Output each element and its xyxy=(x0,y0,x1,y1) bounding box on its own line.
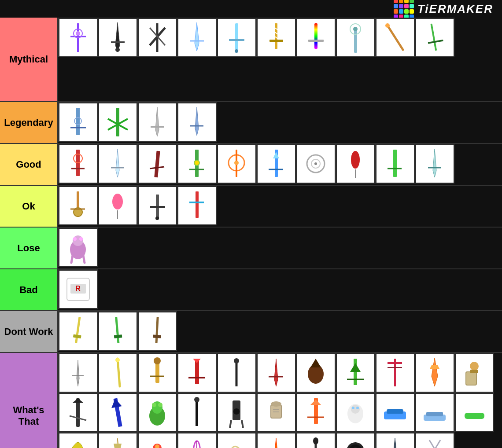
svg-marker-62 xyxy=(433,149,436,177)
svg-rect-15 xyxy=(275,23,277,49)
svg-line-79 xyxy=(83,255,85,263)
list-item xyxy=(296,353,336,393)
svg-line-130 xyxy=(230,420,231,428)
svg-point-77 xyxy=(79,237,83,241)
svg-rect-147 xyxy=(465,413,484,419)
item-blue-frost-sword xyxy=(178,19,216,56)
list-item xyxy=(58,186,98,225)
tier-row-lose: Lose xyxy=(0,228,502,269)
svg-rect-70 xyxy=(150,206,165,208)
list-item xyxy=(415,353,454,393)
tier-label-ok: Ok xyxy=(0,186,57,227)
svg-rect-86 xyxy=(114,334,122,338)
tier-row-bad: Bad R xyxy=(0,269,502,311)
svg-point-92 xyxy=(115,358,120,362)
list-item xyxy=(58,432,98,448)
svg-rect-12 xyxy=(235,23,238,50)
svg-rect-27 xyxy=(430,23,437,51)
list-item xyxy=(98,311,137,351)
svg-rect-84 xyxy=(73,334,81,338)
list-item xyxy=(98,186,137,225)
svg-point-58 xyxy=(351,151,360,169)
logo-cell xyxy=(394,0,398,3)
list-item xyxy=(217,18,256,57)
list-item xyxy=(58,228,98,267)
svg-marker-112 xyxy=(430,365,439,369)
svg-point-75 xyxy=(73,235,83,246)
svg-point-141 xyxy=(352,407,354,409)
list-item xyxy=(336,144,375,184)
svg-point-47 xyxy=(194,160,199,165)
svg-point-94 xyxy=(154,357,161,364)
svg-marker-111 xyxy=(432,358,438,386)
list-item xyxy=(256,353,296,393)
svg-rect-88 xyxy=(153,334,161,338)
svg-text:R: R xyxy=(75,285,81,292)
list-item xyxy=(137,432,177,448)
list-item xyxy=(177,18,217,57)
tier-items-dontwork xyxy=(57,311,502,352)
svg-rect-85 xyxy=(115,316,119,343)
list-item xyxy=(58,311,98,351)
logo-cell xyxy=(399,4,403,8)
logo-cell xyxy=(404,9,409,14)
item-green-katana xyxy=(416,19,454,56)
list-item xyxy=(58,393,98,432)
svg-point-115 xyxy=(470,362,479,371)
svg-point-76 xyxy=(73,237,77,241)
list-item xyxy=(454,393,494,432)
svg-point-124 xyxy=(152,403,156,407)
svg-point-127 xyxy=(194,397,199,402)
logo-cell xyxy=(404,0,409,3)
svg-marker-37 xyxy=(195,107,199,136)
logo-cell xyxy=(410,9,414,14)
svg-line-91 xyxy=(118,359,120,386)
list-item xyxy=(375,432,415,448)
tier-items-good xyxy=(57,144,502,185)
item-teal-flower-sword xyxy=(337,19,374,56)
list-item xyxy=(217,353,256,393)
svg-marker-10 xyxy=(195,22,199,51)
svg-rect-19 xyxy=(269,40,283,42)
svg-marker-35 xyxy=(155,107,159,136)
svg-rect-144 xyxy=(387,409,403,414)
svg-rect-146 xyxy=(426,412,443,416)
tier-row-good: Good xyxy=(0,144,502,186)
list-item xyxy=(296,393,336,432)
item-blue-long-sword xyxy=(178,103,216,141)
list-item xyxy=(296,432,336,448)
list-item xyxy=(256,144,296,184)
svg-point-125 xyxy=(158,403,162,407)
logo-cell xyxy=(394,4,398,8)
tiermaker-logo: TiERMAKER xyxy=(394,0,493,19)
svg-rect-13 xyxy=(229,39,244,41)
list-item xyxy=(98,393,137,432)
logo-cell xyxy=(410,0,414,3)
tier-row-dontwork: Dont Work xyxy=(0,311,502,353)
svg-rect-44 xyxy=(154,151,160,177)
svg-marker-89 xyxy=(77,360,79,386)
item-black-great-sword xyxy=(99,19,137,56)
list-item xyxy=(217,144,256,184)
list-item xyxy=(137,102,177,142)
list-item xyxy=(415,18,454,57)
list-item xyxy=(58,18,98,57)
list-item xyxy=(177,102,217,142)
list-item xyxy=(98,353,137,393)
list-item xyxy=(98,144,137,184)
tier-label-legendary: Legendary xyxy=(0,102,57,143)
tier-label-lose: Lose xyxy=(0,228,57,268)
tier-label-text-mythical: Mythical xyxy=(9,54,48,65)
item-gold-striped-sword xyxy=(258,19,295,56)
list-item xyxy=(375,18,415,57)
svg-marker-158 xyxy=(274,438,278,448)
list-item xyxy=(137,144,177,184)
item-rainbow-sword xyxy=(297,19,335,56)
list-item xyxy=(336,432,375,448)
svg-marker-101 xyxy=(274,359,278,386)
svg-marker-4 xyxy=(115,22,120,52)
list-item xyxy=(137,393,177,432)
svg-marker-166 xyxy=(393,438,397,448)
item-purple-orb-sword xyxy=(59,19,97,56)
logo-cell xyxy=(404,4,409,8)
